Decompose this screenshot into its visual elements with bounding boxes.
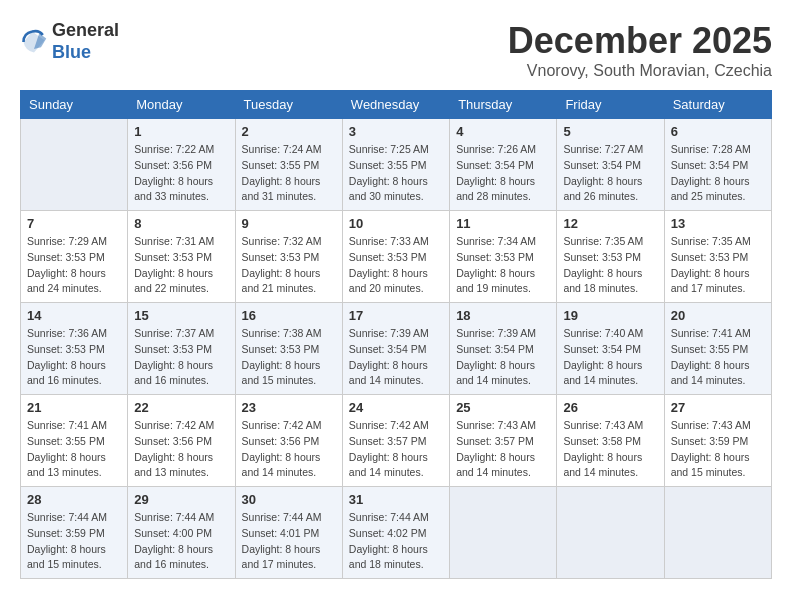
day-number: 15 xyxy=(134,308,228,323)
logo-icon xyxy=(20,28,48,56)
day-info: Sunrise: 7:37 AMSunset: 3:53 PMDaylight:… xyxy=(134,326,228,389)
calendar-cell: 4Sunrise: 7:26 AMSunset: 3:54 PMDaylight… xyxy=(450,119,557,211)
calendar-cell: 8Sunrise: 7:31 AMSunset: 3:53 PMDaylight… xyxy=(128,211,235,303)
day-number: 4 xyxy=(456,124,550,139)
day-info: Sunrise: 7:29 AMSunset: 3:53 PMDaylight:… xyxy=(27,234,121,297)
calendar-cell: 21Sunrise: 7:41 AMSunset: 3:55 PMDayligh… xyxy=(21,395,128,487)
day-number: 10 xyxy=(349,216,443,231)
day-header-sunday: Sunday xyxy=(21,91,128,119)
calendar-cell: 27Sunrise: 7:43 AMSunset: 3:59 PMDayligh… xyxy=(664,395,771,487)
day-number: 25 xyxy=(456,400,550,415)
calendar-cell: 7Sunrise: 7:29 AMSunset: 3:53 PMDaylight… xyxy=(21,211,128,303)
day-info: Sunrise: 7:36 AMSunset: 3:53 PMDaylight:… xyxy=(27,326,121,389)
day-info: Sunrise: 7:33 AMSunset: 3:53 PMDaylight:… xyxy=(349,234,443,297)
day-info: Sunrise: 7:40 AMSunset: 3:54 PMDaylight:… xyxy=(563,326,657,389)
day-info: Sunrise: 7:41 AMSunset: 3:55 PMDaylight:… xyxy=(27,418,121,481)
day-number: 6 xyxy=(671,124,765,139)
location-title: Vnorovy, South Moravian, Czechia xyxy=(508,62,772,80)
calendar-cell: 6Sunrise: 7:28 AMSunset: 3:54 PMDaylight… xyxy=(664,119,771,211)
calendar-week-row: 7Sunrise: 7:29 AMSunset: 3:53 PMDaylight… xyxy=(21,211,772,303)
day-info: Sunrise: 7:44 AMSunset: 3:59 PMDaylight:… xyxy=(27,510,121,573)
day-number: 26 xyxy=(563,400,657,415)
day-info: Sunrise: 7:43 AMSunset: 3:58 PMDaylight:… xyxy=(563,418,657,481)
calendar-cell: 5Sunrise: 7:27 AMSunset: 3:54 PMDaylight… xyxy=(557,119,664,211)
calendar-header-row: SundayMondayTuesdayWednesdayThursdayFrid… xyxy=(21,91,772,119)
calendar-cell: 30Sunrise: 7:44 AMSunset: 4:01 PMDayligh… xyxy=(235,487,342,579)
day-number: 2 xyxy=(242,124,336,139)
day-info: Sunrise: 7:44 AMSunset: 4:01 PMDaylight:… xyxy=(242,510,336,573)
day-header-thursday: Thursday xyxy=(450,91,557,119)
day-info: Sunrise: 7:43 AMSunset: 3:57 PMDaylight:… xyxy=(456,418,550,481)
calendar-cell: 2Sunrise: 7:24 AMSunset: 3:55 PMDaylight… xyxy=(235,119,342,211)
calendar-cell xyxy=(557,487,664,579)
calendar-week-row: 28Sunrise: 7:44 AMSunset: 3:59 PMDayligh… xyxy=(21,487,772,579)
day-info: Sunrise: 7:22 AMSunset: 3:56 PMDaylight:… xyxy=(134,142,228,205)
calendar-cell: 1Sunrise: 7:22 AMSunset: 3:56 PMDaylight… xyxy=(128,119,235,211)
calendar: SundayMondayTuesdayWednesdayThursdayFrid… xyxy=(20,90,772,579)
day-info: Sunrise: 7:24 AMSunset: 3:55 PMDaylight:… xyxy=(242,142,336,205)
day-number: 7 xyxy=(27,216,121,231)
page-header: General Blue December 2025 Vnorovy, Sout… xyxy=(20,20,772,80)
calendar-cell: 29Sunrise: 7:44 AMSunset: 4:00 PMDayligh… xyxy=(128,487,235,579)
calendar-cell: 19Sunrise: 7:40 AMSunset: 3:54 PMDayligh… xyxy=(557,303,664,395)
day-info: Sunrise: 7:25 AMSunset: 3:55 PMDaylight:… xyxy=(349,142,443,205)
day-number: 27 xyxy=(671,400,765,415)
day-number: 12 xyxy=(563,216,657,231)
calendar-cell xyxy=(21,119,128,211)
day-info: Sunrise: 7:26 AMSunset: 3:54 PMDaylight:… xyxy=(456,142,550,205)
calendar-cell: 9Sunrise: 7:32 AMSunset: 3:53 PMDaylight… xyxy=(235,211,342,303)
day-number: 20 xyxy=(671,308,765,323)
day-info: Sunrise: 7:34 AMSunset: 3:53 PMDaylight:… xyxy=(456,234,550,297)
calendar-cell: 20Sunrise: 7:41 AMSunset: 3:55 PMDayligh… xyxy=(664,303,771,395)
logo: General Blue xyxy=(20,20,119,63)
calendar-cell: 16Sunrise: 7:38 AMSunset: 3:53 PMDayligh… xyxy=(235,303,342,395)
day-number: 17 xyxy=(349,308,443,323)
calendar-cell: 10Sunrise: 7:33 AMSunset: 3:53 PMDayligh… xyxy=(342,211,449,303)
calendar-cell xyxy=(664,487,771,579)
logo-blue: Blue xyxy=(52,42,91,62)
calendar-cell: 28Sunrise: 7:44 AMSunset: 3:59 PMDayligh… xyxy=(21,487,128,579)
day-info: Sunrise: 7:27 AMSunset: 3:54 PMDaylight:… xyxy=(563,142,657,205)
day-header-monday: Monday xyxy=(128,91,235,119)
day-number: 16 xyxy=(242,308,336,323)
day-header-wednesday: Wednesday xyxy=(342,91,449,119)
calendar-cell: 26Sunrise: 7:43 AMSunset: 3:58 PMDayligh… xyxy=(557,395,664,487)
calendar-cell: 18Sunrise: 7:39 AMSunset: 3:54 PMDayligh… xyxy=(450,303,557,395)
month-title: December 2025 xyxy=(508,20,772,62)
day-info: Sunrise: 7:43 AMSunset: 3:59 PMDaylight:… xyxy=(671,418,765,481)
day-header-tuesday: Tuesday xyxy=(235,91,342,119)
day-info: Sunrise: 7:39 AMSunset: 3:54 PMDaylight:… xyxy=(349,326,443,389)
day-info: Sunrise: 7:35 AMSunset: 3:53 PMDaylight:… xyxy=(671,234,765,297)
calendar-cell: 22Sunrise: 7:42 AMSunset: 3:56 PMDayligh… xyxy=(128,395,235,487)
logo-general: General xyxy=(52,20,119,40)
day-number: 23 xyxy=(242,400,336,415)
day-number: 29 xyxy=(134,492,228,507)
day-info: Sunrise: 7:39 AMSunset: 3:54 PMDaylight:… xyxy=(456,326,550,389)
title-section: December 2025 Vnorovy, South Moravian, C… xyxy=(508,20,772,80)
calendar-week-row: 1Sunrise: 7:22 AMSunset: 3:56 PMDaylight… xyxy=(21,119,772,211)
day-info: Sunrise: 7:41 AMSunset: 3:55 PMDaylight:… xyxy=(671,326,765,389)
day-info: Sunrise: 7:44 AMSunset: 4:02 PMDaylight:… xyxy=(349,510,443,573)
day-number: 18 xyxy=(456,308,550,323)
calendar-week-row: 14Sunrise: 7:36 AMSunset: 3:53 PMDayligh… xyxy=(21,303,772,395)
day-number: 5 xyxy=(563,124,657,139)
day-number: 22 xyxy=(134,400,228,415)
day-number: 28 xyxy=(27,492,121,507)
calendar-cell: 15Sunrise: 7:37 AMSunset: 3:53 PMDayligh… xyxy=(128,303,235,395)
day-info: Sunrise: 7:38 AMSunset: 3:53 PMDaylight:… xyxy=(242,326,336,389)
day-number: 1 xyxy=(134,124,228,139)
day-number: 8 xyxy=(134,216,228,231)
day-number: 21 xyxy=(27,400,121,415)
calendar-cell: 23Sunrise: 7:42 AMSunset: 3:56 PMDayligh… xyxy=(235,395,342,487)
day-info: Sunrise: 7:32 AMSunset: 3:53 PMDaylight:… xyxy=(242,234,336,297)
calendar-cell: 17Sunrise: 7:39 AMSunset: 3:54 PMDayligh… xyxy=(342,303,449,395)
calendar-cell: 3Sunrise: 7:25 AMSunset: 3:55 PMDaylight… xyxy=(342,119,449,211)
day-info: Sunrise: 7:42 AMSunset: 3:56 PMDaylight:… xyxy=(242,418,336,481)
day-number: 13 xyxy=(671,216,765,231)
day-number: 11 xyxy=(456,216,550,231)
day-info: Sunrise: 7:42 AMSunset: 3:57 PMDaylight:… xyxy=(349,418,443,481)
calendar-cell: 14Sunrise: 7:36 AMSunset: 3:53 PMDayligh… xyxy=(21,303,128,395)
day-number: 19 xyxy=(563,308,657,323)
calendar-cell: 31Sunrise: 7:44 AMSunset: 4:02 PMDayligh… xyxy=(342,487,449,579)
day-number: 14 xyxy=(27,308,121,323)
